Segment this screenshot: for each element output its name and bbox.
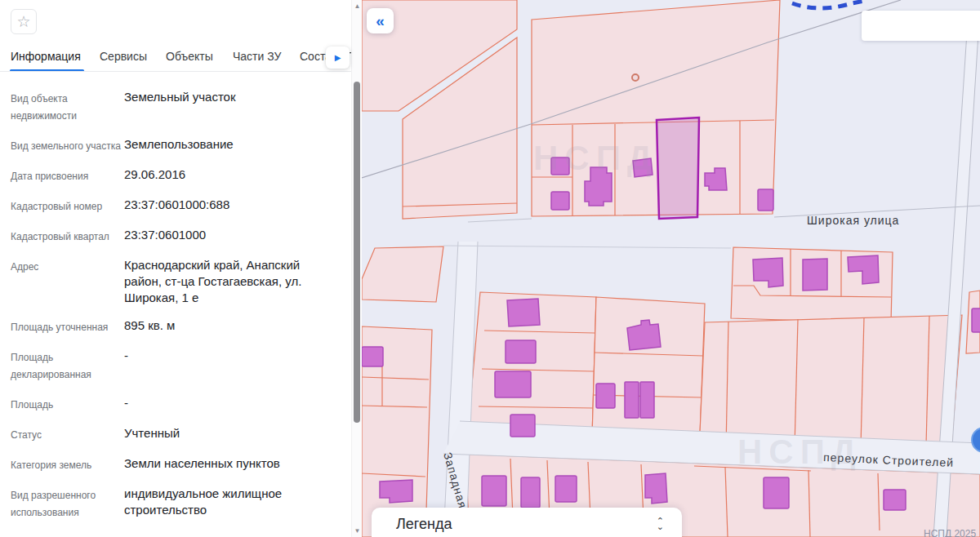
field-row: Вид разрешенного использованияиндивидуал…: [11, 486, 347, 521]
field-value: Земли населенных пунктов: [124, 455, 328, 474]
field-value: индивидуальное жилищное строительство: [124, 486, 328, 521]
scrollbar-thumb[interactable]: [354, 82, 360, 423]
legend-bar[interactable]: Легенда ⌃⌄: [372, 508, 682, 537]
field-label: Площадь: [11, 395, 124, 414]
field-row: Площадь декларированная-: [11, 348, 347, 384]
field-label: Вид разрешенного использования: [11, 486, 124, 521]
field-value: Земельный участок: [124, 89, 328, 125]
field-row: СтатусУчтенный: [11, 425, 347, 444]
map-layers: Широкая улица переулок Строителей Западн…: [362, 0, 980, 537]
tabs-overflow-button[interactable]: ▶: [326, 47, 350, 69]
map-toolbar-box[interactable]: [862, 11, 980, 41]
favorite-star-button[interactable]: ☆: [11, 9, 37, 34]
chevron-right-icon: ▶: [335, 53, 341, 62]
field-label: Вид объекта недвижимости: [11, 89, 124, 125]
field-label: Кадастровый квартал: [11, 227, 124, 246]
star-icon: ☆: [16, 12, 30, 31]
panel-scrollbar[interactable]: ▲ ▼: [351, 0, 362, 537]
field-label: Кадастровый номер: [11, 197, 124, 215]
field-value: 895 кв. м: [124, 317, 328, 336]
field-label: Вид земельного участка: [11, 136, 124, 155]
field-value: 23:37:0601000: [124, 227, 328, 246]
tab-3[interactable]: Объекты: [166, 50, 213, 63]
field-label: Площадь декларированная: [11, 348, 124, 384]
field-value: 23:37:0601000:688: [124, 197, 328, 215]
field-label: Дата присвоения: [11, 166, 124, 185]
field-row: Дата присвоения29.06.2016: [11, 166, 347, 185]
selected-parcel[interactable]: [657, 118, 699, 219]
point-feature-marker: [632, 74, 639, 81]
field-row: Кадастровый номер23:37:0601000:688: [11, 197, 347, 215]
nspd-watermark: НСПД: [737, 433, 862, 472]
collapse-panel-button[interactable]: «: [367, 8, 394, 33]
map-attribution: НСПД 2025: [924, 528, 976, 537]
cadastral-map-canvas[interactable]: Широкая улица переулок Строителей Западн…: [362, 0, 980, 537]
object-info-panel: ☆ ИнформацияСервисыОбъектыЧасти ЗУСостав…: [0, 0, 362, 537]
field-row: Площадь-: [11, 395, 347, 414]
field-row: Категория земельЗемли населенных пунктов: [11, 455, 347, 474]
attributes-list: Вид объекта недвижимостиЗемельный участо…: [11, 89, 347, 533]
tab-4[interactable]: Части ЗУ: [233, 50, 281, 63]
tab-1[interactable]: Информация: [11, 50, 81, 63]
tab-bar: ИнформацияСервисыОбъектыЧасти ЗУСоставП …: [0, 45, 351, 72]
field-value: 29.06.2016: [124, 166, 328, 185]
field-value: -: [124, 348, 328, 384]
field-label: Площадь уточненная: [11, 317, 124, 336]
field-label: Категория земель: [11, 455, 124, 474]
field-label: Статус: [11, 425, 124, 444]
double-chevron-left-icon: «: [376, 12, 385, 30]
field-value: Краснодарский край, Анапский район, ст-ц…: [124, 257, 328, 306]
field-row: Кадастровый квартал23:37:0601000: [11, 227, 347, 246]
expand-collapse-icon[interactable]: ⌃⌄: [657, 518, 664, 530]
field-value: Землепользование: [124, 136, 328, 155]
field-label: Адрес: [11, 257, 124, 306]
field-value: -: [124, 395, 328, 414]
field-row: Площадь уточненная895 кв. м: [11, 317, 347, 336]
legend-title: Легенда: [396, 516, 657, 533]
tab-2[interactable]: Сервисы: [100, 50, 147, 63]
street-label-shirokaya: Широкая улица: [807, 214, 899, 227]
tabbar-divider: [0, 71, 351, 72]
nspd-watermark: НСПД: [533, 139, 658, 178]
field-value: Учтенный: [124, 425, 328, 444]
field-row: Вид земельного участкаЗемлепользование: [11, 136, 347, 155]
field-row: АдресКраснодарский край, Анапский район,…: [11, 257, 347, 306]
field-row: Вид объекта недвижимостиЗемельный участо…: [11, 89, 347, 125]
